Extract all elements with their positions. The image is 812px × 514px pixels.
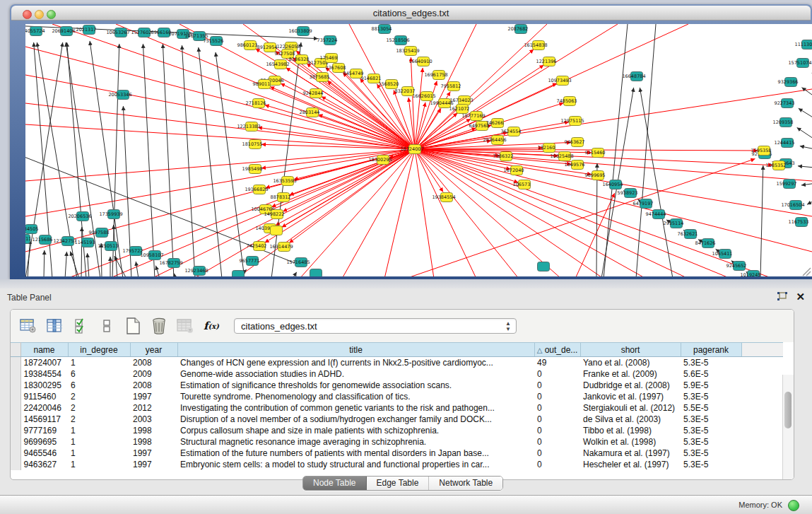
- table-cell[interactable]: 9115460: [20, 391, 68, 402]
- table-cell[interactable]: Investigating the contribution of common…: [177, 402, 534, 414]
- tab-node-table[interactable]: Node Table: [303, 477, 367, 490]
- network-node-yellow[interactable]: 16353593: [273, 177, 296, 186]
- network-node-teal[interactable]: 1599297: [777, 180, 797, 189]
- table-row[interactable]: 977716911998Corpus callosum shape and si…: [11, 425, 783, 436]
- table-row[interactable]: 946362711997Embryonic stem cells: a mode…: [11, 459, 783, 470]
- table-cell[interactable]: Jankovic et al. (1997): [580, 391, 681, 402]
- network-node-teal[interactable]: 1209358: [773, 118, 794, 127]
- network-node-yellow[interactable]: 18325419: [396, 47, 419, 56]
- network-node-yellow[interactable]: 1498222: [264, 210, 285, 219]
- table-cell[interactable]: 5.9E-5: [681, 380, 741, 391]
- table-cell[interactable]: 1: [68, 425, 130, 436]
- table-row[interactable]: 1938455462009Genome-wide association stu…: [11, 368, 783, 380]
- table-row[interactable]: 1456911722003Disruption of a novel membe…: [11, 414, 783, 425]
- table-cell[interactable]: 1998: [130, 425, 177, 436]
- table-cell[interactable]: Tourette syndrome. Phenomenology and cla…: [177, 391, 534, 402]
- network-node-teal[interactable]: 2935114: [664, 219, 684, 228]
- network-node-yellow[interactable]: 1672040: [504, 166, 524, 175]
- network-node-yellow[interactable]: 19384554: [432, 193, 455, 202]
- network-node-teal[interactable]: [538, 262, 550, 271]
- table-cell[interactable]: 5.3E-5: [681, 425, 741, 436]
- network-node-yellow[interactable]: 16914479: [269, 243, 293, 252]
- table-cell[interactable]: 0: [534, 425, 580, 436]
- network-node-yellow[interactable]: 20364456: [483, 136, 506, 145]
- table-row[interactable]: 969969511998Structural magnetic resonanc…: [11, 436, 783, 448]
- network-node-teal[interactable]: 17359939: [99, 210, 122, 219]
- network-node-yellow[interactable]: 16640910: [408, 57, 432, 66]
- table-cell[interactable]: Structural magnetic resonance image aver…: [177, 436, 534, 448]
- network-node-teal[interactable]: 9657771: [240, 257, 260, 266]
- table-cell[interactable]: 9699695: [20, 436, 68, 448]
- network-node-teal[interactable]: 1167533: [789, 218, 809, 227]
- network-node-teal[interactable]: 6479197: [633, 199, 654, 209]
- network-node-teal[interactable]: 15716485: [286, 258, 310, 267]
- network-node-yellow[interactable]: 8878312: [271, 193, 291, 202]
- table-cell[interactable]: Yano et al. (2008): [580, 357, 681, 369]
- table-cell[interactable]: 19384554: [20, 368, 68, 380]
- network-node-teal[interactable]: 1065411: [712, 250, 733, 259]
- network-node-yellow[interactable]: 16961758: [424, 71, 447, 80]
- table-cell[interactable]: Changes of HCN gene expression and I(f) …: [177, 357, 534, 369]
- network-node-teal[interactable]: [310, 269, 322, 277]
- network-node-yellow[interactable]: 1985498: [242, 165, 263, 174]
- network-node-yellow[interactable]: 1649576: [565, 160, 585, 170]
- network-node-yellow[interactable]: 7425402: [247, 242, 267, 251]
- table-cell[interactable]: 5.3E-5: [681, 357, 741, 369]
- table-cell[interactable]: Wolkin et al. (1998): [580, 436, 681, 448]
- network-node-teal[interactable]: 9097588: [89, 228, 110, 238]
- network-node-teal[interactable]: 12923468: [184, 267, 208, 276]
- table-cell[interactable]: 0: [534, 414, 580, 425]
- network-window-titlebar[interactable]: citations_edges.txt: [11, 6, 811, 21]
- network-node-yellow[interactable]: 16626015: [412, 92, 435, 101]
- table-cell[interactable]: 2: [68, 391, 130, 402]
- table-cell[interactable]: 18724007: [20, 357, 68, 369]
- network-node-yellow[interactable]: 7955812: [441, 82, 461, 91]
- network-node-yellow[interactable]: 12975115: [560, 117, 584, 126]
- column-header-year[interactable]: year: [130, 343, 177, 357]
- table-cell[interactable]: 5.3E-5: [681, 436, 741, 448]
- network-node-yellow[interactable]: 3875685: [310, 73, 330, 82]
- table-cell[interactable]: 6: [68, 368, 130, 380]
- table-cell[interactable]: Embryonic stem cells: a model to study s…: [177, 459, 534, 470]
- network-node-teal[interactable]: 1019245: [741, 271, 761, 277]
- network-node-teal[interactable]: 9474444: [646, 210, 666, 219]
- network-node-teal[interactable]: 10958107: [140, 251, 163, 260]
- network-node-teal[interactable]: 9227343: [775, 99, 795, 108]
- table-cell[interactable]: 1998: [130, 436, 177, 448]
- table-row[interactable]: 1872400712008Changes of HCN gene express…: [11, 357, 783, 369]
- column-header-out_de[interactable]: △ out_de...: [534, 343, 580, 357]
- network-node-teal[interactable]: [233, 271, 245, 277]
- network-node-teal[interactable]: 7632621: [678, 230, 698, 239]
- table-cell[interactable]: 2008: [130, 357, 177, 369]
- network-node-yellow[interactable]: 182160: [538, 144, 555, 153]
- delete-icon[interactable]: [151, 317, 167, 334]
- network-node-teal[interactable]: 12342757: [53, 237, 76, 246]
- column-select-icon[interactable]: [46, 317, 63, 334]
- table-cell[interactable]: 5.3E-5: [681, 459, 741, 470]
- network-node-teal[interactable]: 20053346: [108, 90, 131, 100]
- table-scrollbar-thumb[interactable]: [784, 392, 792, 428]
- network-node-yellow[interactable]: 1568520: [379, 80, 399, 89]
- table-cell[interactable]: 1: [68, 436, 130, 448]
- table-cell[interactable]: 2008: [130, 380, 177, 391]
- memory-ok-icon[interactable]: [788, 500, 799, 511]
- table-cell[interactable]: 0: [534, 402, 580, 414]
- table-cell[interactable]: 9463627: [20, 459, 68, 470]
- network-node-teal[interactable]: 3915911: [25, 235, 31, 244]
- table-cell[interactable]: Tibbo et al. (1998): [580, 425, 681, 436]
- network-node-teal[interactable]: 16033809: [288, 27, 312, 36]
- network-node-yellow[interactable]: 3624554: [501, 127, 522, 136]
- table-cell[interactable]: 5.3E-5: [681, 391, 741, 402]
- network-node-yellow[interactable]: 16154838: [524, 41, 547, 50]
- network-node-yellow[interactable]: 10973493: [548, 76, 571, 86]
- network-node-teal[interactable]: 20206536: [68, 212, 91, 221]
- network-node-yellow[interactable]: [271, 226, 283, 235]
- network-node-teal[interactable]: 20691406: [52, 27, 75, 36]
- table-cell[interactable]: Hescheler et al. (1997): [580, 459, 681, 470]
- table-cell[interactable]: 0: [534, 380, 580, 391]
- table-cell[interactable]: 18300295: [20, 380, 68, 391]
- table-cell[interactable]: 9465546: [20, 448, 68, 459]
- table-cell[interactable]: 1997: [130, 459, 177, 470]
- delete-table-icon[interactable]: [177, 317, 194, 334]
- network-node-yellow[interactable]: 9463627: [565, 138, 585, 147]
